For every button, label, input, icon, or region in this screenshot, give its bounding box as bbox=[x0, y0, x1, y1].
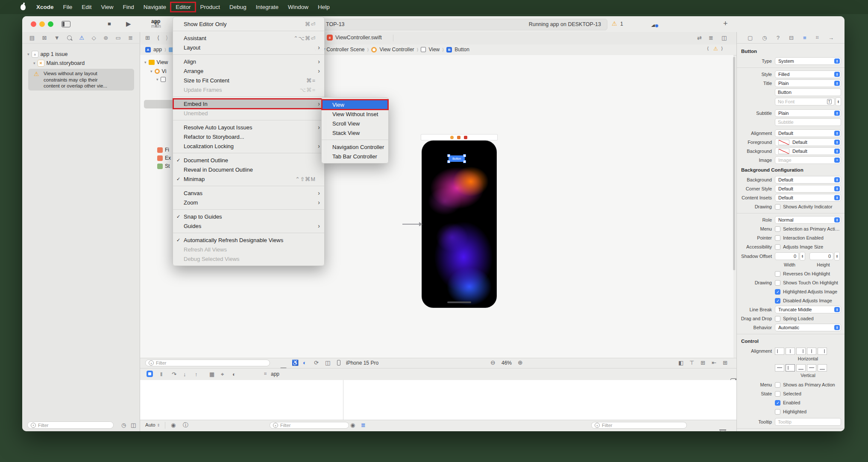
alignment-dropdown[interactable]: Default▲▼ bbox=[775, 129, 841, 137]
close-window-button[interactable] bbox=[31, 21, 36, 27]
menu-item-stack-view[interactable]: Stack View bbox=[322, 128, 388, 137]
path-view-controller[interactable]: View Controller bbox=[379, 47, 414, 53]
menu-primary-checkbox[interactable] bbox=[775, 226, 780, 232]
print-description-icon[interactable]: ⓘ bbox=[183, 422, 188, 428]
debug-process-name[interactable]: app bbox=[271, 371, 279, 377]
navigator-issue-row[interactable]: ⚠ Views without any layout constraints m… bbox=[28, 69, 134, 91]
outline-placeholder-row[interactable]: Ex bbox=[157, 155, 171, 161]
breakpoints-toggle-icon[interactable] bbox=[147, 371, 153, 377]
menu-item-guides[interactable]: Guides› bbox=[173, 221, 324, 231]
outline-filter-input[interactable]: ▾ Filter bbox=[145, 360, 270, 366]
menu-item-show-editor-only[interactable]: Show Editor Only⌘⏎ bbox=[173, 19, 324, 29]
outline-vc-row[interactable]: ▾ Vi bbox=[150, 68, 166, 74]
variables-scope-select[interactable]: Auto ⇕ bbox=[145, 422, 160, 427]
window-size-icon[interactable]: ◫ bbox=[325, 360, 330, 366]
orientation-icon[interactable]: ⟳ bbox=[314, 360, 319, 366]
environment-overrides-icon[interactable]: ◐ bbox=[232, 371, 236, 377]
menu-bar-item-navigate[interactable]: Navigate bbox=[139, 3, 171, 12]
filter-scope-icon[interactable]: ◫ bbox=[131, 422, 136, 428]
spring-loaded-checkbox[interactable] bbox=[775, 316, 780, 322]
menu-item-canvas[interactable]: Canvas› bbox=[173, 188, 324, 198]
line-break-dropdown[interactable]: Truncate Middle▲▼ bbox=[775, 306, 841, 313]
code-review-icon[interactable]: ⇄ bbox=[697, 35, 702, 41]
shows-primary-action-checkbox[interactable] bbox=[775, 382, 780, 388]
zoom-out-icon[interactable]: ⊖ bbox=[490, 360, 496, 366]
find-navigator-icon[interactable] bbox=[67, 35, 72, 40]
outline-placeholder-row[interactable]: Fi bbox=[157, 147, 169, 153]
image-dropdown[interactable]: Image▼ bbox=[775, 156, 841, 164]
minimize-window-button[interactable] bbox=[39, 21, 45, 27]
disclosure-icon[interactable]: ▾ bbox=[144, 60, 147, 64]
recent-files-icon[interactable]: ◷ bbox=[121, 422, 126, 428]
align-center-segment[interactable] bbox=[786, 348, 795, 355]
report-navigator-icon[interactable]: ≣ bbox=[128, 35, 133, 41]
embed-in-stack-icon[interactable]: ⊞ bbox=[723, 360, 727, 366]
menu-item-minimap[interactable]: ✓Minimap⌃⇧⌘M bbox=[173, 174, 324, 184]
role-dropdown[interactable]: Normal▲▼ bbox=[775, 216, 841, 224]
bg-config-dropdown[interactable]: Default▲▼ bbox=[775, 176, 841, 184]
history-inspector-icon[interactable]: ◷ bbox=[762, 35, 767, 41]
font-field[interactable]: No FontT bbox=[775, 98, 835, 105]
title-text-field[interactable]: Button bbox=[775, 88, 841, 96]
console-view[interactable] bbox=[343, 380, 736, 420]
previous-issue-icon[interactable]: ⟨ bbox=[707, 46, 709, 51]
title-style-dropdown[interactable]: Plain▲▼ bbox=[775, 79, 841, 87]
related-items-icon[interactable]: ⊞ bbox=[145, 35, 150, 41]
clear-console-icon[interactable] bbox=[720, 431, 725, 431]
menu-bar-item-edit[interactable]: Edit bbox=[77, 3, 96, 12]
attributes-inspector-icon[interactable]: ≡ bbox=[803, 35, 806, 41]
menu-item-view[interactable]: View bbox=[322, 100, 388, 109]
step-out-icon[interactable]: ↑ bbox=[195, 371, 198, 377]
shadow-width-stepper[interactable]: ▲▼ bbox=[800, 252, 805, 260]
highlighted-adjusts-checkbox[interactable] bbox=[775, 289, 780, 295]
console-filter-input[interactable]: ▾ Filter bbox=[591, 422, 687, 429]
zoom-level[interactable]: 46% bbox=[501, 360, 512, 366]
source-control-navigator-icon[interactable]: ⊠ bbox=[42, 35, 47, 41]
state-enabled-checkbox[interactable] bbox=[775, 400, 780, 406]
navigator-project-row[interactable]: ▾ a app 1 issue bbox=[27, 51, 67, 58]
step-over-icon[interactable]: ↷ bbox=[172, 371, 176, 377]
font-size-stepper[interactable]: ▲▼ bbox=[836, 97, 841, 106]
menu-item-align[interactable]: Align› bbox=[173, 57, 324, 66]
outline-scene-row[interactable]: ▾ View bbox=[144, 59, 168, 65]
scheme-area[interactable]: app main bbox=[151, 19, 161, 29]
menu-bar-item-integrate[interactable]: Integrate bbox=[251, 3, 283, 12]
view-debug-icon[interactable]: ▦ bbox=[209, 371, 214, 377]
shows-activity-checkbox[interactable] bbox=[775, 204, 780, 210]
menu-item-document-outline[interactable]: ✓Document Outline bbox=[173, 155, 324, 165]
update-frames-icon[interactable]: ◧ bbox=[678, 360, 683, 366]
align-top-segment[interactable] bbox=[775, 364, 784, 371]
align-baseline-segment[interactable] bbox=[807, 364, 816, 371]
align-middle-segment[interactable] bbox=[786, 364, 795, 371]
forward-icon[interactable]: ⟩ bbox=[166, 35, 168, 41]
zoom-window-button[interactable] bbox=[48, 21, 53, 27]
menu-bar-item-help[interactable]: Help bbox=[313, 3, 334, 12]
add-editor-button[interactable]: + bbox=[723, 20, 728, 27]
back-icon[interactable]: ⟨ bbox=[157, 35, 159, 41]
menu-item-resolve-auto-layout-issues[interactable]: Resolve Auto Layout Issues› bbox=[173, 123, 324, 132]
variables-view[interactable] bbox=[140, 380, 343, 420]
subtitle-style-dropdown[interactable]: Plain▲▼ bbox=[775, 109, 841, 117]
issue-navigator-icon[interactable]: ⚠ bbox=[79, 35, 85, 41]
path-button[interactable]: Button bbox=[455, 47, 469, 53]
quick-help-inspector-icon[interactable]: ? bbox=[777, 35, 780, 41]
editor-tab[interactable]: s ViewController.swift bbox=[327, 35, 382, 41]
path-view[interactable]: View bbox=[428, 47, 440, 53]
canvas-button[interactable]: Button bbox=[449, 155, 465, 162]
menu-bar-item-debug[interactable]: Debug bbox=[225, 3, 251, 12]
resolve-layout-icon[interactable]: ⇤ bbox=[712, 360, 716, 366]
appearance-icon[interactable]: ◐ bbox=[303, 360, 306, 366]
breakpoint-navigator-icon[interactable]: ▭ bbox=[116, 35, 121, 41]
menu-item-refactor-to-storyboard[interactable]: Refactor to Storyboard... bbox=[173, 132, 324, 141]
device-icon[interactable] bbox=[337, 360, 340, 366]
menu-bar-item-xcode[interactable]: Xcode bbox=[32, 3, 59, 12]
warning-icon[interactable]: ⚠ bbox=[612, 20, 617, 27]
align-fill-segment[interactable] bbox=[818, 348, 827, 355]
menu-item-arrange[interactable]: Arrange› bbox=[173, 66, 324, 76]
menu-item-view-without-inset[interactable]: View Without Inset bbox=[322, 109, 388, 119]
minimap-icon[interactable]: ≣ bbox=[709, 35, 713, 41]
align-vfill-segment[interactable] bbox=[818, 364, 827, 371]
menu-item-localization-locking[interactable]: Localization Locking› bbox=[173, 141, 324, 151]
iphone-preview[interactable]: Button bbox=[422, 141, 496, 307]
bookmark-navigator-icon[interactable]: ▼ bbox=[54, 35, 60, 41]
